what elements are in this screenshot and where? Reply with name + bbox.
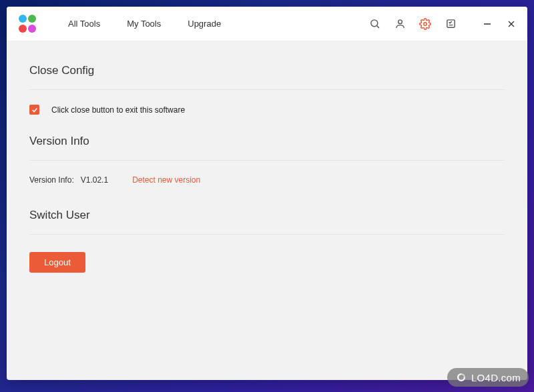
svg-point-0 (370, 20, 377, 27)
nav-all-tools[interactable]: All Tools (68, 19, 100, 29)
version-info-label: Version Info: (29, 175, 74, 185)
version-value: V1.02.1 (81, 175, 108, 185)
settings-icon[interactable] (419, 18, 431, 30)
divider (29, 160, 505, 161)
search-icon[interactable] (368, 18, 380, 30)
version-label-value: Version Info: V1.02.1 (29, 175, 108, 185)
switch-user-title: Switch User (29, 209, 505, 222)
svg-rect-4 (447, 20, 454, 27)
nav-upgrade[interactable]: Upgrade (188, 19, 221, 29)
window-controls (482, 19, 517, 29)
header-actions (368, 18, 527, 30)
version-row: Version Info: V1.02.1 Detect new version (29, 175, 505, 185)
svg-point-2 (398, 20, 402, 24)
divider (29, 89, 505, 90)
settings-content: Close Config Click close button to exit … (7, 41, 527, 273)
app-logo (19, 15, 37, 33)
svg-line-1 (376, 26, 378, 28)
tasks-icon[interactable] (445, 18, 457, 30)
detect-new-version-link[interactable]: Detect new version (132, 175, 200, 185)
version-info-title: Version Info (29, 135, 505, 148)
close-exit-label: Click close button to exit this software (51, 105, 185, 115)
nav-my-tools[interactable]: My Tools (127, 19, 161, 29)
svg-point-3 (424, 22, 427, 25)
close-button[interactable] (506, 19, 517, 29)
header-bar: All Tools My Tools Upgrade (7, 7, 527, 41)
close-exit-checkbox[interactable] (29, 105, 39, 115)
logout-button[interactable]: Logout (29, 252, 85, 273)
primary-nav: All Tools My Tools Upgrade (68, 19, 221, 29)
watermark-text: LO4D.com (471, 372, 521, 383)
user-icon[interactable] (394, 18, 406, 30)
watermark-icon (455, 371, 467, 383)
watermark-badge: LO4D.com (447, 368, 529, 387)
close-config-option: Click close button to exit this software (29, 105, 505, 115)
minimize-button[interactable] (482, 19, 493, 29)
app-window: All Tools My Tools Upgrade (7, 7, 527, 380)
close-config-title: Close Config (29, 64, 505, 77)
divider (29, 234, 505, 235)
